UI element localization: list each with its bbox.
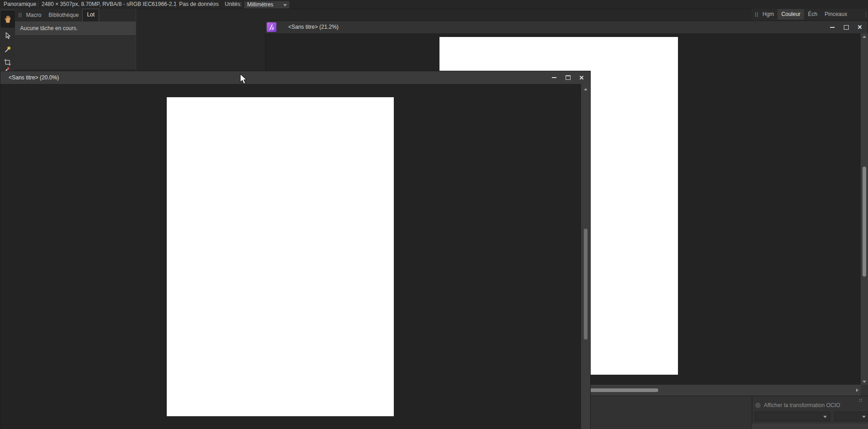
tab-lot[interactable]: Lot <box>82 9 99 21</box>
tab-bibliotheque[interactable]: Bibliothèque <box>45 10 82 21</box>
ocio-checkbox-label: Afficher la transformation OCIO <box>764 402 840 408</box>
batch-panel: Macro Bibliothèque Lot Aucune tâche en c… <box>15 9 136 69</box>
panel-drag-handle-icon[interactable] <box>755 12 756 17</box>
vertical-scroll-thumb[interactable] <box>584 229 587 340</box>
scrollbar-corner <box>861 385 868 396</box>
units-dropdown-value: Millimètres <box>247 1 273 8</box>
chevron-down-icon <box>823 416 827 418</box>
eyedropper-icon <box>4 45 12 53</box>
triangle-down-icon <box>863 381 866 383</box>
scroll-up-button[interactable] <box>581 86 590 92</box>
panel-options-grip-icon[interactable] <box>865 12 867 17</box>
scroll-up-button[interactable] <box>861 33 868 40</box>
maximize-button[interactable] <box>843 24 849 31</box>
scroll-right-button[interactable] <box>853 385 861 396</box>
window-title: <Sans titre> (21.2%) <box>288 21 339 33</box>
document-info: 2480 × 3507px, 8.70MP, RVBA/8 - sRGB IEC… <box>42 0 176 9</box>
vector-brush-tool-button[interactable] <box>0 67 15 71</box>
triangle-right-icon <box>856 388 858 392</box>
affinity-photo-icon <box>267 22 276 32</box>
separator <box>175 1 176 8</box>
restore-icon <box>566 75 571 80</box>
left-panel-tabstrip: Macro Bibliothèque Lot <box>15 9 136 21</box>
close-icon: ✕ <box>857 24 863 30</box>
resize-grip-icon[interactable] <box>859 398 863 402</box>
data-status: Pas de données <box>179 0 219 9</box>
close-button[interactable]: ✕ <box>578 74 585 81</box>
tab-pinceaux[interactable]: Pinceaux <box>821 9 851 21</box>
chevron-down-icon <box>283 4 287 6</box>
minimize-icon <box>552 77 556 78</box>
ocio-checkbox[interactable] <box>755 403 761 408</box>
minimize-button[interactable] <box>551 74 557 81</box>
units-label: Unités: <box>225 0 242 9</box>
scroll-down-button[interactable] <box>861 378 868 385</box>
document-window-front[interactable]: <Sans titre> (20.0%) ✕ <box>0 71 591 429</box>
ocio-source-dropdown[interactable] <box>755 412 830 421</box>
separator <box>38 1 38 8</box>
panel-drag-handle-icon[interactable] <box>19 13 20 17</box>
triangle-up-icon <box>584 88 587 90</box>
minimize-icon <box>830 27 835 28</box>
crop-icon <box>4 58 11 66</box>
close-button[interactable]: ✕ <box>857 24 863 31</box>
window-title: <Sans titre> (20.0%) <box>9 71 59 84</box>
hand-tool-button[interactable] <box>1 11 15 27</box>
window-titlebar[interactable]: <Sans titre> (20.0%) ✕ <box>0 71 590 84</box>
document-canvas[interactable] <box>167 97 394 416</box>
move-tool-button[interactable] <box>0 29 15 42</box>
close-icon: ✕ <box>579 75 584 81</box>
maximize-icon <box>844 25 849 30</box>
context-toolbar: Panoramique 2480 × 3507px, 8.70MP, RVBA/… <box>0 0 868 9</box>
separator <box>213 1 214 8</box>
document-viewport[interactable] <box>0 84 581 429</box>
affinity-photo-app: Panoramique 2480 × 3507px, 8.70MP, RVBA/… <box>0 0 868 429</box>
tab-histogram[interactable]: Hgm <box>759 9 778 21</box>
chevron-down-icon <box>862 416 866 418</box>
vertical-scrollbar[interactable] <box>861 33 868 385</box>
panel-footer <box>752 424 868 429</box>
minimize-button[interactable] <box>829 24 836 31</box>
brush-icon <box>4 67 12 71</box>
right-dock-tabstrip: Hgm Couleur Éch Pinceaux <box>752 9 868 21</box>
cursor-arrow-icon <box>4 32 11 40</box>
tools-column <box>0 9 15 71</box>
tab-macro[interactable]: Macro <box>22 10 45 21</box>
tab-couleur[interactable]: Couleur <box>778 9 804 20</box>
batch-status-text: Aucune tâche en cours. <box>15 21 136 36</box>
vertical-scrollbar[interactable] <box>581 84 590 429</box>
ocio-target-dropdown[interactable] <box>834 412 868 421</box>
batch-panel-body <box>15 36 136 69</box>
window-titlebar[interactable]: <Sans titre> (21.2%) ✕ <box>265 21 868 34</box>
vertical-scroll-thumb[interactable] <box>863 167 866 277</box>
color-picker-tool-button[interactable] <box>0 42 15 56</box>
active-tool-label: Panoramique <box>4 0 36 9</box>
mouse-cursor <box>238 73 248 86</box>
units-dropdown[interactable]: Millimètres <box>244 1 290 9</box>
hand-icon <box>4 15 12 23</box>
restore-button[interactable] <box>565 74 571 81</box>
triangle-up-icon <box>863 36 866 38</box>
tab-echantillonneur[interactable]: Éch <box>804 9 821 21</box>
ocio-panel: Afficher la transformation OCIO <box>591 396 868 429</box>
